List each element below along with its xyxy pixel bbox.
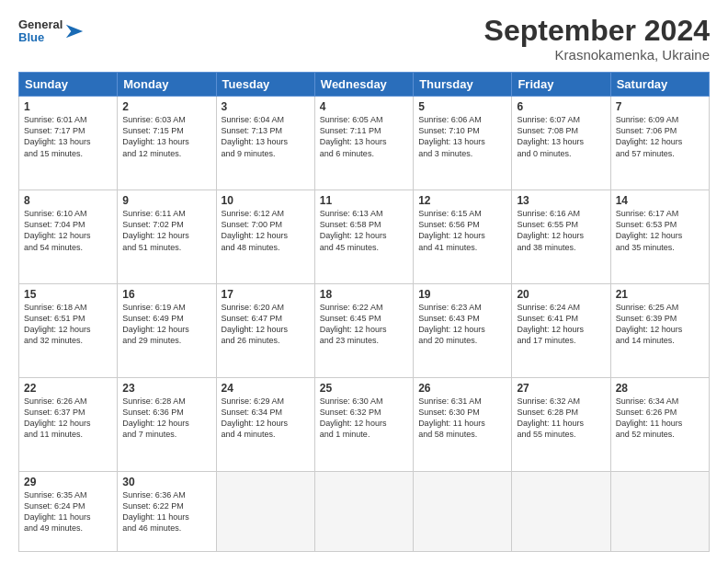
day-number: 3	[222, 100, 310, 113]
calendar-cell: 7Sunrise: 6:09 AM Sunset: 7:06 PM Daylig…	[610, 97, 709, 190]
day-number: 6	[517, 100, 605, 113]
calendar-cell: 6Sunrise: 6:07 AM Sunset: 7:08 PM Daylig…	[512, 97, 610, 190]
calendar-cell: 4Sunrise: 6:05 AM Sunset: 7:11 PM Daylig…	[314, 97, 413, 190]
day-number: 22	[24, 382, 112, 395]
day-number: 7	[616, 100, 704, 113]
day-info: Sunrise: 6:07 AM Sunset: 7:08 PM Dayligh…	[517, 114, 605, 159]
calendar-cell: 9Sunrise: 6:11 AM Sunset: 7:02 PM Daylig…	[118, 190, 216, 284]
calendar-cell: 2Sunrise: 6:03 AM Sunset: 7:15 PM Daylig…	[118, 97, 216, 190]
calendar-cell: 3Sunrise: 6:04 AM Sunset: 7:13 PM Daylig…	[216, 97, 314, 190]
calendar-week-row: 15Sunrise: 6:18 AM Sunset: 6:51 PM Dayli…	[19, 284, 710, 378]
day-number: 1	[24, 100, 112, 113]
day-info: Sunrise: 6:10 AM Sunset: 7:04 PM Dayligh…	[24, 208, 112, 253]
calendar-cell: 14Sunrise: 6:17 AM Sunset: 6:53 PM Dayli…	[610, 190, 709, 284]
day-info: Sunrise: 6:34 AM Sunset: 6:26 PM Dayligh…	[616, 396, 704, 441]
calendar-cell: 23Sunrise: 6:28 AM Sunset: 6:36 PM Dayli…	[118, 378, 216, 472]
col-header-thursday: Thursday	[414, 73, 512, 97]
calendar-cell: 1Sunrise: 6:01 AM Sunset: 7:17 PM Daylig…	[19, 97, 118, 190]
day-info: Sunrise: 6:12 AM Sunset: 7:00 PM Dayligh…	[222, 208, 310, 253]
calendar-cell: 28Sunrise: 6:34 AM Sunset: 6:26 PM Dayli…	[610, 378, 709, 472]
day-info: Sunrise: 6:01 AM Sunset: 7:17 PM Dayligh…	[24, 114, 112, 159]
calendar-cell	[610, 471, 709, 551]
day-number: 4	[320, 100, 408, 113]
day-number: 28	[616, 382, 704, 395]
day-info: Sunrise: 6:04 AM Sunset: 7:13 PM Dayligh…	[222, 114, 310, 159]
day-number: 13	[517, 194, 605, 207]
day-number: 11	[320, 194, 408, 207]
title-block: September 2024 Krasnokamenka, Ukraine	[484, 15, 710, 63]
day-number: 15	[24, 288, 112, 301]
day-info: Sunrise: 6:09 AM Sunset: 7:06 PM Dayligh…	[616, 114, 704, 159]
calendar-cell	[216, 471, 314, 551]
calendar-cell	[314, 471, 413, 551]
logo-text: General Blue	[18, 18, 63, 45]
day-info: Sunrise: 6:23 AM Sunset: 6:43 PM Dayligh…	[418, 302, 506, 347]
col-header-sunday: Sunday	[19, 73, 118, 97]
day-info: Sunrise: 6:24 AM Sunset: 6:41 PM Dayligh…	[517, 302, 605, 347]
day-info: Sunrise: 6:35 AM Sunset: 6:24 PM Dayligh…	[24, 489, 112, 534]
calendar-table: SundayMondayTuesdayWednesdayThursdayFrid…	[18, 72, 710, 552]
calendar-cell: 27Sunrise: 6:32 AM Sunset: 6:28 PM Dayli…	[512, 378, 610, 472]
calendar-cell: 12Sunrise: 6:15 AM Sunset: 6:56 PM Dayli…	[414, 190, 512, 284]
calendar-cell	[414, 471, 512, 551]
day-number: 9	[122, 194, 210, 207]
day-info: Sunrise: 6:19 AM Sunset: 6:49 PM Dayligh…	[122, 302, 210, 347]
day-number: 5	[418, 100, 506, 113]
day-number: 17	[222, 288, 310, 301]
calendar-cell: 16Sunrise: 6:19 AM Sunset: 6:49 PM Dayli…	[118, 284, 216, 378]
page: General Blue September 2024 Krasnokamenk…	[0, 0, 728, 563]
col-header-friday: Friday	[512, 73, 610, 97]
day-info: Sunrise: 6:17 AM Sunset: 6:53 PM Dayligh…	[616, 208, 704, 253]
day-number: 30	[122, 476, 210, 488]
day-number: 24	[222, 382, 310, 395]
col-header-monday: Monday	[118, 73, 216, 97]
day-info: Sunrise: 6:06 AM Sunset: 7:10 PM Dayligh…	[418, 114, 506, 159]
day-info: Sunrise: 6:20 AM Sunset: 6:47 PM Dayligh…	[222, 302, 310, 347]
day-number: 8	[24, 194, 112, 207]
day-number: 29	[24, 476, 112, 488]
calendar-cell	[512, 471, 610, 551]
calendar-cell: 13Sunrise: 6:16 AM Sunset: 6:55 PM Dayli…	[512, 190, 610, 284]
day-number: 16	[122, 288, 210, 301]
calendar-cell: 25Sunrise: 6:30 AM Sunset: 6:32 PM Dayli…	[314, 378, 413, 472]
day-number: 21	[616, 288, 704, 301]
header: General Blue September 2024 Krasnokamenk…	[18, 15, 710, 63]
logo-blue: Blue	[18, 31, 63, 44]
calendar-cell: 30Sunrise: 6:36 AM Sunset: 6:22 PM Dayli…	[118, 471, 216, 551]
col-header-tuesday: Tuesday	[216, 73, 314, 97]
day-info: Sunrise: 6:03 AM Sunset: 7:15 PM Dayligh…	[122, 114, 210, 159]
day-info: Sunrise: 6:32 AM Sunset: 6:28 PM Dayligh…	[517, 396, 605, 441]
day-number: 23	[122, 382, 210, 395]
day-info: Sunrise: 6:05 AM Sunset: 7:11 PM Dayligh…	[320, 114, 408, 159]
col-header-wednesday: Wednesday	[314, 73, 413, 97]
calendar-week-row: 8Sunrise: 6:10 AM Sunset: 7:04 PM Daylig…	[19, 190, 710, 284]
logo-general: General	[18, 18, 63, 31]
day-number: 18	[320, 288, 408, 301]
day-info: Sunrise: 6:29 AM Sunset: 6:34 PM Dayligh…	[222, 396, 310, 441]
day-number: 26	[418, 382, 506, 395]
calendar-week-row: 29Sunrise: 6:35 AM Sunset: 6:24 PM Dayli…	[19, 471, 710, 551]
day-info: Sunrise: 6:15 AM Sunset: 6:56 PM Dayligh…	[418, 208, 506, 253]
day-number: 20	[517, 288, 605, 301]
calendar-cell: 19Sunrise: 6:23 AM Sunset: 6:43 PM Dayli…	[414, 284, 512, 378]
col-header-saturday: Saturday	[610, 73, 709, 97]
day-info: Sunrise: 6:25 AM Sunset: 6:39 PM Dayligh…	[616, 302, 704, 347]
day-number: 14	[616, 194, 704, 207]
day-number: 12	[418, 194, 506, 207]
day-info: Sunrise: 6:11 AM Sunset: 7:02 PM Dayligh…	[122, 208, 210, 253]
calendar-title: September 2024	[484, 15, 710, 47]
calendar-week-row: 22Sunrise: 6:26 AM Sunset: 6:37 PM Dayli…	[19, 378, 710, 472]
day-info: Sunrise: 6:36 AM Sunset: 6:22 PM Dayligh…	[122, 489, 210, 534]
calendar-cell: 15Sunrise: 6:18 AM Sunset: 6:51 PM Dayli…	[19, 284, 118, 378]
calendar-cell: 18Sunrise: 6:22 AM Sunset: 6:45 PM Dayli…	[314, 284, 413, 378]
day-number: 27	[517, 382, 605, 395]
day-info: Sunrise: 6:28 AM Sunset: 6:36 PM Dayligh…	[122, 396, 210, 441]
calendar-header-row: SundayMondayTuesdayWednesdayThursdayFrid…	[19, 73, 710, 97]
day-number: 2	[122, 100, 210, 113]
calendar-cell: 8Sunrise: 6:10 AM Sunset: 7:04 PM Daylig…	[19, 190, 118, 284]
day-number: 10	[222, 194, 310, 207]
day-info: Sunrise: 6:26 AM Sunset: 6:37 PM Dayligh…	[24, 396, 112, 441]
day-number: 19	[418, 288, 506, 301]
logo: General Blue	[18, 18, 85, 45]
day-info: Sunrise: 6:16 AM Sunset: 6:55 PM Dayligh…	[517, 208, 605, 253]
